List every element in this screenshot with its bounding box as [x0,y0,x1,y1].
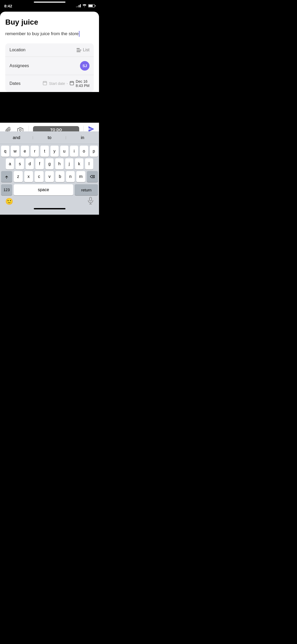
assignees-label: Assignees [10,63,36,68]
location-value: List [77,48,89,52]
assignees-row[interactable]: Assignees SJ [5,57,94,75]
start-date-icon [43,81,47,86]
wifi-icon [82,4,87,8]
shift-key[interactable] [1,171,12,182]
end-date-container: Dec 16 8:43 PM [76,79,89,88]
date-separator: - [67,81,68,86]
key-w[interactable]: w [11,146,19,157]
location-row[interactable]: Location List [5,43,94,57]
text-cursor [79,31,79,37]
content-area: Buy juice remember to buy juice from the… [0,12,99,92]
end-date: Dec 16 [76,79,89,84]
key-g[interactable]: g [45,158,54,169]
task-description-text: remember to buy juice from the store [5,31,79,36]
key-p[interactable]: p [90,146,98,157]
task-description-field[interactable]: remember to buy juice from the store [5,31,94,37]
key-v[interactable]: v [45,171,54,182]
svg-rect-4 [70,81,74,85]
keyboard-row-2: a s d f g h j k l [0,157,99,169]
key-o[interactable]: o [80,146,88,157]
numbers-key[interactable]: 123 [1,184,12,195]
home-indicator-top [34,2,65,3]
key-d[interactable]: d [26,158,34,169]
keyboard: and to in q w e r t y u i o p a s d f g … [0,131,99,215]
key-u[interactable]: u [60,146,68,157]
assignees-value: SJ [80,61,89,71]
home-indicator-bottom [34,208,65,209]
properties-card: Location List Assignees SJ Dates [5,43,94,92]
key-q[interactable]: q [1,146,9,157]
predictive-word-1[interactable]: and [0,135,33,140]
location-list-text: List [83,48,89,52]
list-icon [77,48,81,52]
emoji-mic-row: 🙂 [0,195,99,206]
key-s[interactable]: s [16,158,24,169]
dates-label: Dates [10,81,36,86]
notch [34,0,65,7]
key-h[interactable]: h [55,158,63,169]
key-y[interactable]: y [50,146,59,157]
key-r[interactable]: r [31,146,39,157]
svg-rect-12 [89,197,92,201]
task-title[interactable]: Buy juice [5,18,94,26]
signal-bars-icon [76,4,81,7]
emoji-button[interactable]: 🙂 [5,198,13,205]
key-e[interactable]: e [21,146,29,157]
keyboard-row-3: z x c v b n m [0,169,99,182]
svg-rect-0 [43,81,47,85]
keyboard-row-4: 123 space return [0,182,99,195]
key-i[interactable]: i [70,146,78,157]
dates-value: Start date - Dec 16 8:43 PM [43,79,89,88]
key-t[interactable]: t [40,146,49,157]
key-l[interactable]: l [85,158,93,169]
dates-row[interactable]: Dates Start date - [5,75,94,92]
keyboard-row-1: q w e r t y u i o p [0,144,99,157]
status-time: 8:42 [4,4,12,8]
key-c[interactable]: c [35,171,44,182]
svg-point-8 [19,129,21,131]
return-key[interactable]: return [75,184,98,195]
key-n[interactable]: n [66,171,75,182]
space-key[interactable]: space [14,184,73,195]
key-z[interactable]: z [14,171,23,182]
key-f[interactable]: f [35,158,44,169]
predictive-word-3[interactable]: in [66,135,99,140]
end-time: 8:43 PM [76,84,89,88]
battery-icon [88,4,95,7]
status-icons [76,4,95,8]
location-label: Location [10,48,36,52]
predictive-bar: and to in [0,131,99,144]
delete-key[interactable] [87,171,98,182]
avatar: SJ [80,61,89,71]
key-k[interactable]: k [75,158,83,169]
status-bar: 8:42 [0,0,99,12]
key-x[interactable]: x [24,171,33,182]
start-date-text: Start date [49,81,65,86]
key-a[interactable]: a [6,158,14,169]
key-m[interactable]: m [76,171,85,182]
end-date-icon [69,81,74,86]
key-j[interactable]: j [65,158,73,169]
key-b[interactable]: b [55,171,64,182]
predictive-word-2[interactable]: to [33,135,66,140]
microphone-button[interactable] [87,197,94,206]
